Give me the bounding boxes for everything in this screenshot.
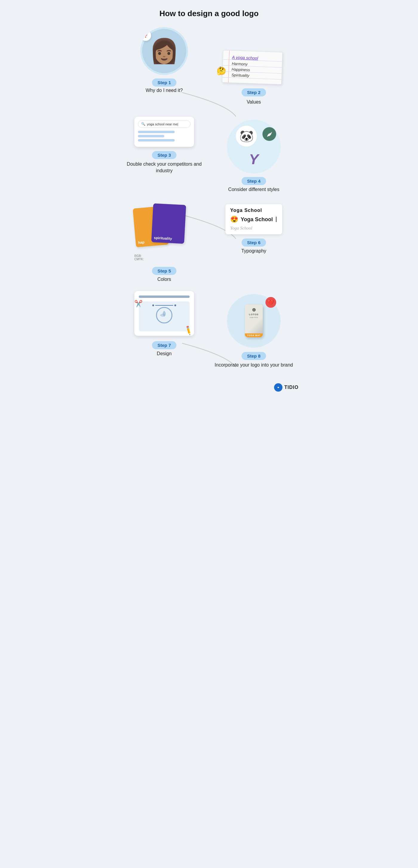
question-badge: ? — [140, 30, 151, 41]
leaf-logo — [263, 127, 276, 141]
step7-design-mockup: ✂️ ✏️ — [135, 291, 194, 336]
step6-badge: Step 6 — [242, 239, 266, 247]
step1-description: Why do I need it? — [146, 88, 183, 93]
scissors-icon: ✂️ — [135, 300, 142, 308]
color-card-orange-label: hap — [138, 240, 145, 245]
product-can: ⊕ LOTOS yoga shop YOGA MAT — [245, 305, 263, 337]
step7-badge: Step 7 — [152, 341, 176, 349]
fire-emoji: 😍 — [230, 216, 238, 223]
search-icon: 🔍 — [141, 122, 145, 126]
notepad-item-1: Harmony — [232, 61, 277, 67]
y-logo: Y — [249, 151, 259, 167]
step5-colors-mockup: hap spirituality RGB: CMYK: — [135, 204, 194, 252]
typography-bold: Yoga School — [230, 208, 277, 213]
step6-typography-box: Yoga School 😍 Yoga School Yoga School — [226, 204, 282, 234]
step2-badge: Step 2 — [242, 88, 266, 96]
typography-regular: Yoga School — [241, 216, 273, 223]
design-handle — [152, 305, 176, 306]
page-title: How to design a good logo — [111, 9, 307, 18]
tidio-icon — [274, 383, 282, 392]
step8-description: Incorporate your logo into your brand — [215, 362, 293, 368]
notepad-item-2: Happiness — [231, 67, 277, 73]
design-logo-preview — [155, 306, 173, 327]
can-label-text: YOGA MAT — [245, 333, 263, 337]
search-result-line-3 — [138, 139, 175, 142]
tidio-brand-text: TIDIO — [284, 385, 299, 390]
step4-badge: Step 4 — [242, 177, 266, 185]
color-card-purple-label: spirituality — [154, 236, 172, 241]
step5-description: Colors — [157, 277, 171, 282]
text-cursor — [276, 217, 276, 222]
design-toolbar — [139, 296, 189, 298]
color-card-purple: spirituality — [151, 203, 186, 244]
step8-badge: Step 8 — [242, 352, 266, 360]
step4-description: Consider different styles — [228, 187, 279, 192]
design-canvas: ✂️ ✏️ — [139, 302, 189, 331]
step2-description: Values — [247, 99, 261, 105]
color-info-cmyk: CMYK: — [135, 257, 144, 261]
footer: TIDIO — [111, 377, 307, 392]
step1-person-image: ? 👩🏽 — [140, 27, 188, 75]
color-info-rgb: RGB: — [135, 254, 144, 257]
typography-italic: Yoga School — [230, 226, 277, 231]
step3-badge: Step 3 — [152, 151, 176, 159]
step6-description: Typography — [241, 248, 266, 254]
search-query: yoga school near me| — [147, 122, 178, 126]
pencil-icon: ✏️ — [183, 325, 194, 336]
search-result-line-2 — [138, 135, 164, 137]
panda-logo: 🐼 — [236, 126, 257, 147]
step8-brand-circle: ⊕ LOTOS yoga shop YOGA MAT ❤️ — [227, 294, 281, 348]
heart-badge: ❤️ — [265, 297, 276, 308]
tidio-logo: TIDIO — [274, 383, 299, 392]
can-logo-icon: ⊕ — [252, 307, 256, 312]
can-brand-text: LOTOS — [249, 313, 259, 316]
step1-badge: Step 1 — [152, 79, 176, 87]
notepad: 🤔 A yoga school Harmony Happiness Spirit… — [222, 50, 283, 85]
search-result-line-1 — [138, 131, 175, 133]
step5-badge: Step 5 — [152, 267, 176, 275]
can-subtitle: yoga shop — [249, 316, 258, 318]
step3-search-mockup: 🔍 yoga school near me| — [135, 117, 194, 147]
step3-description: Double check your competitors and indust… — [119, 161, 209, 174]
step4-logos-circle: 🐼 Y — [227, 120, 281, 174]
step7-description: Design — [157, 351, 172, 356]
